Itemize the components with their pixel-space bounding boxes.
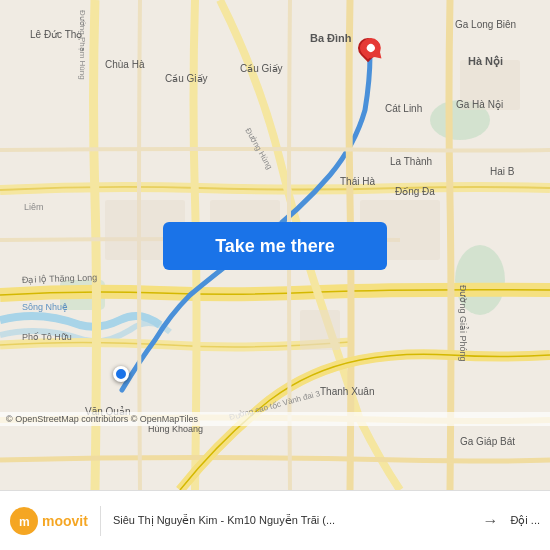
svg-text:Lê Đức Thọ: Lê Đức Thọ <box>30 29 82 40</box>
svg-text:Thanh Xuân: Thanh Xuân <box>320 386 375 397</box>
moovit-logo-text: moovit <box>42 513 88 529</box>
svg-text:Ba Đình: Ba Đình <box>310 32 352 44</box>
moovit-logo-icon: m <box>10 507 38 535</box>
svg-text:Cầu Giấy: Cầu Giấy <box>240 63 283 74</box>
svg-text:m: m <box>19 515 30 529</box>
svg-text:Phố Tô Hữu: Phố Tô Hữu <box>22 332 72 342</box>
origin-pin <box>113 366 129 382</box>
svg-text:La Thành: La Thành <box>390 156 432 167</box>
svg-text:Liêm: Liêm <box>24 202 44 212</box>
footer-to-label: Đội ... <box>510 514 540 527</box>
moovit-logo: m moovit <box>10 507 88 535</box>
footer-bar: m moovit Siêu Thị Nguyễn Kim - Km10 Nguy… <box>0 490 550 550</box>
svg-text:Hai B: Hai B <box>490 166 515 177</box>
svg-text:Đống Đa: Đống Đa <box>395 186 435 197</box>
svg-text:Ga Hà Nội: Ga Hà Nội <box>456 99 503 110</box>
svg-text:Đường Giải Phóng: Đường Giải Phóng <box>458 285 469 362</box>
svg-text:Hà Nội: Hà Nội <box>468 55 503 68</box>
svg-text:Thái Hà: Thái Hà <box>340 176 375 187</box>
svg-text:Sông Nhuệ: Sông Nhuệ <box>22 302 68 312</box>
map-container: Lê Đức Thọ Chùa Hà Cầu Giấy Cầu Giấy Ba … <box>0 0 550 490</box>
svg-text:Ga Giáp Bát: Ga Giáp Bát <box>460 436 515 447</box>
svg-text:Ga Long Biên: Ga Long Biên <box>455 19 516 30</box>
footer-from-label: Siêu Thị Nguyễn Kim - Km10 Nguyễn Trãi (… <box>113 514 470 527</box>
svg-text:Đường Phạm Hùng: Đường Phạm Hùng <box>78 10 87 80</box>
footer-divider <box>100 506 101 536</box>
svg-text:Chùa Hà: Chùa Hà <box>105 59 145 70</box>
footer-direction-arrow: → <box>482 512 498 530</box>
svg-text:Cầu Giấy: Cầu Giấy <box>165 73 208 84</box>
take-me-there-button[interactable]: Take me there <box>163 222 387 270</box>
svg-text:Cát Linh: Cát Linh <box>385 103 422 114</box>
map-attribution: © OpenStreetMap contributors © OpenMapTi… <box>0 412 550 426</box>
svg-rect-6 <box>300 310 340 350</box>
